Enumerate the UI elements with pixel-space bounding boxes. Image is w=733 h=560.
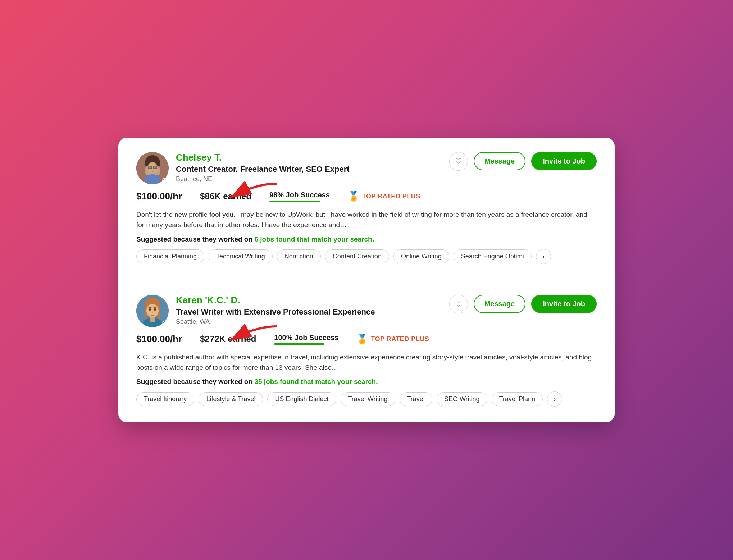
freelancer-name: Chelsey T. bbox=[176, 152, 350, 163]
left-info: Chelsey T. Content Creator, Freelance Wr… bbox=[136, 152, 350, 184]
tags-row: Travel Itinerary Lifestyle & Travel US E… bbox=[136, 391, 597, 407]
top-rated-badge: 🏅 TOP RATED PLUS bbox=[348, 191, 420, 202]
job-success: 98% Job Success bbox=[269, 191, 330, 202]
job-success-text: 100% Job Success bbox=[274, 334, 338, 342]
svg-point-21 bbox=[149, 308, 151, 311]
top-section: Chelsey T. Content Creator, Freelance Wr… bbox=[136, 152, 597, 184]
freelancer-row: Chelsey T. Content Creator, Freelance Wr… bbox=[118, 138, 615, 280]
top-rated-badge: 🏅 TOP RATED PLUS bbox=[356, 334, 429, 345]
heart-icon: ♡ bbox=[455, 157, 462, 166]
hourly-rate: $100.00/hr bbox=[136, 191, 182, 202]
tags-more-button[interactable]: › bbox=[536, 249, 551, 264]
tag-content-creation[interactable]: Content Creation bbox=[325, 249, 389, 263]
heart-icon: ♡ bbox=[455, 299, 462, 309]
badge-icon: 🏅 bbox=[348, 191, 359, 202]
tag-financial-planning[interactable]: Financial Planning bbox=[136, 249, 204, 263]
invite-to-job-button[interactable]: Invite to Job bbox=[531, 295, 597, 313]
online-indicator bbox=[162, 321, 167, 326]
tags-more-button[interactable]: › bbox=[547, 391, 562, 407]
stats-row: $100.00/hr $272K earned 100% Job Success… bbox=[136, 334, 597, 345]
svg-point-6 bbox=[147, 162, 158, 174]
tag-travel-plann[interactable]: Travel Plann bbox=[492, 392, 543, 406]
tag-seo-writing[interactable]: SEO Writing bbox=[437, 392, 487, 406]
suggested-link[interactable]: 35 jobs found that match your search bbox=[254, 378, 376, 385]
tag-technical-writing[interactable]: Technical Writing bbox=[209, 249, 273, 263]
tag-online-writing[interactable]: Online Writing bbox=[393, 249, 449, 263]
message-button[interactable]: Message bbox=[474, 152, 526, 170]
freelancer-location: Beatrice, NE bbox=[176, 175, 350, 183]
svg-point-12 bbox=[145, 174, 160, 184]
total-earned: $272K earned bbox=[200, 334, 256, 344]
name-section: Karen 'K.C.' D. Travel Writer with Exten… bbox=[176, 295, 375, 326]
badge-icon: 🏅 bbox=[356, 334, 368, 345]
online-indicator bbox=[162, 178, 167, 183]
tag-seo[interactable]: Search Engine Optimi bbox=[454, 249, 532, 263]
svg-point-10 bbox=[149, 166, 151, 168]
freelancer-description: K.C. is a published author with special … bbox=[136, 352, 597, 373]
invite-to-job-button[interactable]: Invite to Job bbox=[531, 152, 597, 170]
badge-label: TOP RATED PLUS bbox=[371, 335, 429, 343]
tag-us-english-dialect[interactable]: US English Dialect bbox=[267, 392, 336, 406]
tag-travel[interactable]: Travel bbox=[400, 392, 432, 406]
freelancer-title: Content Creator, Freelance Writer, SEO E… bbox=[176, 165, 350, 174]
stats-row: $100.00/hr $86K earned 98% Job Success 🏅… bbox=[136, 191, 597, 202]
freelancer-row: Karen 'K.C.' D. Travel Writer with Exten… bbox=[118, 280, 615, 423]
suggested-link[interactable]: 6 jobs found that match your search bbox=[254, 235, 372, 243]
results-card: Chelsey T. Content Creator, Freelance Wr… bbox=[118, 138, 615, 423]
svg-point-11 bbox=[154, 166, 156, 168]
svg-point-22 bbox=[154, 308, 156, 311]
top-section: Karen 'K.C.' D. Travel Writer with Exten… bbox=[136, 295, 597, 327]
left-info: Karen 'K.C.' D. Travel Writer with Exten… bbox=[136, 295, 375, 327]
tag-travel-itinerary[interactable]: Travel Itinerary bbox=[136, 392, 194, 406]
tag-lifestyle-travel[interactable]: Lifestyle & Travel bbox=[199, 392, 263, 406]
hourly-rate: $100.00/hr bbox=[136, 334, 182, 345]
freelancer-name: Karen 'K.C.' D. bbox=[176, 295, 375, 306]
action-buttons: ♡ Message Invite to Job bbox=[449, 295, 597, 313]
tag-travel-writing[interactable]: Travel Writing bbox=[341, 392, 395, 406]
tag-nonfiction[interactable]: Nonfiction bbox=[277, 249, 321, 263]
badge-label: TOP RATED PLUS bbox=[362, 193, 420, 200]
total-earned: $86K earned bbox=[200, 191, 251, 201]
freelancer-location: Seattle, WA bbox=[176, 318, 375, 326]
action-buttons: ♡ Message Invite to Job bbox=[449, 152, 597, 171]
favorite-button[interactable]: ♡ bbox=[449, 152, 468, 171]
job-success-bar bbox=[269, 201, 320, 202]
avatar bbox=[136, 152, 169, 184]
favorite-button[interactable]: ♡ bbox=[449, 295, 468, 313]
job-success-bar bbox=[274, 343, 324, 345]
freelancer-description: Don't let the new profile fool you. I ma… bbox=[136, 209, 597, 230]
message-button[interactable]: Message bbox=[474, 295, 526, 313]
job-success: 100% Job Success bbox=[274, 334, 338, 345]
tags-row: Financial Planning Technical Writing Non… bbox=[136, 249, 597, 264]
avatar bbox=[136, 295, 169, 327]
freelancer-title: Travel Writer with Extensive Professiona… bbox=[176, 307, 375, 317]
suggested-text: Suggested because they worked on 35 jobs… bbox=[136, 378, 597, 386]
job-success-text: 98% Job Success bbox=[269, 191, 330, 199]
name-section: Chelsey T. Content Creator, Freelance Wr… bbox=[176, 152, 350, 183]
suggested-text: Suggested because they worked on 6 jobs … bbox=[136, 235, 597, 243]
